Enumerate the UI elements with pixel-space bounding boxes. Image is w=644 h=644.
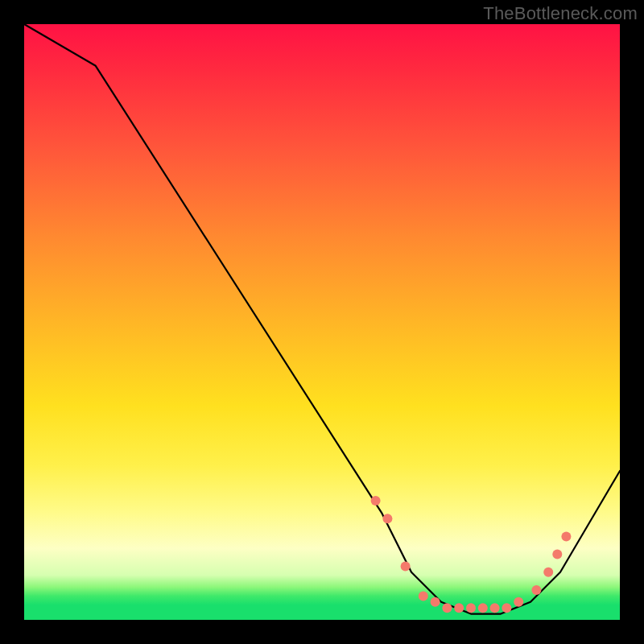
curve-marker (431, 597, 440, 607)
curve-marker (561, 531, 571, 541)
curve-marker (514, 597, 523, 607)
curve-group (24, 24, 620, 614)
curve-marker (490, 603, 500, 613)
curve-marker (466, 603, 476, 613)
curve-marker (442, 603, 452, 613)
curve-marker (478, 603, 488, 613)
curve-marker (552, 550, 562, 559)
chart-svg (24, 24, 620, 620)
curve-marker (543, 568, 553, 577)
curve-marker (502, 603, 511, 613)
watermark-text: TheBottleneck.com (483, 3, 638, 24)
plot-area (24, 24, 620, 620)
curve-marker (401, 561, 411, 571)
markers-group (371, 496, 572, 613)
curve-marker (371, 496, 381, 506)
chart-frame: TheBottleneck.com (0, 0, 644, 644)
bottleneck-curve (24, 24, 620, 614)
curve-marker (531, 585, 541, 595)
curve-marker (454, 603, 464, 613)
curve-marker (419, 591, 428, 601)
curve-marker (382, 514, 392, 523)
